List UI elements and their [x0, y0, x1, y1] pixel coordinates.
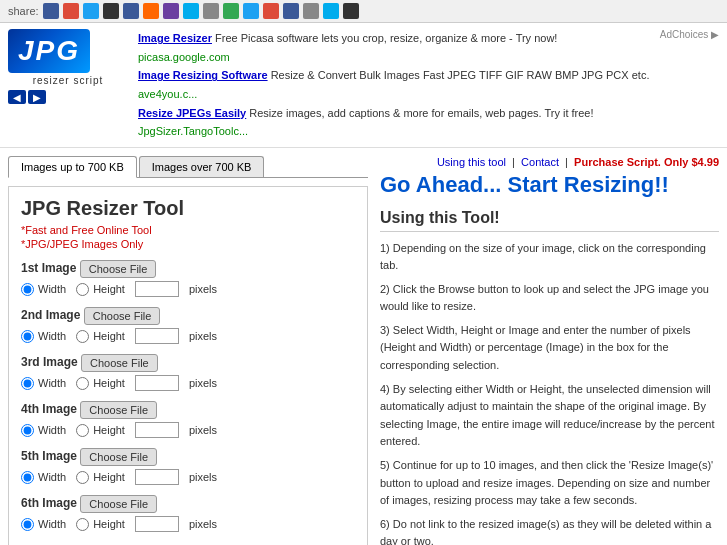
width-radio-input-3[interactable]: [21, 377, 34, 390]
choose-file-btn-5[interactable]: Choose File: [80, 448, 157, 466]
height-radio-input-3[interactable]: [76, 377, 89, 390]
instruction-list: 1) Depending on the size of your image, …: [380, 240, 719, 545]
instruction-5: 5) Continue for up to 10 images, and the…: [380, 457, 719, 510]
share-icon-extra1[interactable]: [283, 3, 299, 19]
logo-next-btn[interactable]: ▶: [28, 90, 46, 104]
dimension-row-1: Width Height pixels: [21, 281, 355, 297]
ad-choices[interactable]: AdChoices ▶: [660, 29, 719, 40]
headline: Go Ahead... Start Resizing!!: [380, 172, 719, 198]
height-radio-input-2[interactable]: [76, 330, 89, 343]
height-radio-1[interactable]: Height: [76, 283, 125, 296]
pixel-input-6[interactable]: [135, 516, 179, 532]
file-input-row-5: 5th Image Choose File: [21, 448, 355, 466]
image-label-2: 2nd Image: [21, 308, 80, 322]
tabs: Images up to 700 KB Images over 700 KB: [8, 156, 368, 178]
height-radio-input-4[interactable]: [76, 424, 89, 437]
pixel-input-2[interactable]: [135, 328, 179, 344]
ad-link-1[interactable]: Image Resizer Free Picasa software lets …: [138, 29, 650, 66]
buy-link[interactable]: Purchase Script. Only $4.99: [574, 156, 719, 168]
ad-link-2[interactable]: Image Resizing Software Resize & Convert…: [138, 66, 650, 103]
share-icon-extra4[interactable]: [343, 3, 359, 19]
width-radio-input-1[interactable]: [21, 283, 34, 296]
ad-choices-text[interactable]: AdChoices ▶: [660, 29, 719, 40]
main-content: Images up to 700 KB Images over 700 KB J…: [0, 148, 727, 545]
pixel-input-5[interactable]: [135, 469, 179, 485]
pixel-input-1[interactable]: [135, 281, 179, 297]
width-radio-4[interactable]: Width: [21, 424, 66, 437]
choose-file-btn-4[interactable]: Choose File: [80, 401, 157, 419]
tool-panel: JPG Resizer Tool *Fast and Free Online T…: [8, 186, 368, 545]
choose-file-btn-3[interactable]: Choose File: [81, 354, 158, 372]
share-icon-extra2[interactable]: [303, 3, 319, 19]
height-radio-6[interactable]: Height: [76, 518, 125, 531]
share-icon-facebook[interactable]: [43, 3, 59, 19]
share-icon-yahoo[interactable]: [223, 3, 239, 19]
image-row-3: 3rd Image Choose File Width Height pixel…: [21, 354, 355, 391]
file-input-row-6: 6th Image Choose File: [21, 495, 355, 513]
choose-file-btn-2[interactable]: Choose File: [84, 307, 161, 325]
pixels-label-3: pixels: [189, 377, 217, 389]
pixel-input-4[interactable]: [135, 422, 179, 438]
share-bar: share:: [0, 0, 727, 23]
ad-url-1[interactable]: picasa.google.com: [138, 51, 230, 63]
share-icon-stumble[interactable]: [123, 3, 139, 19]
pixels-label-6: pixels: [189, 518, 217, 530]
image-row-4: 4th Image Choose File Width Height pixel…: [21, 401, 355, 438]
ad-title-3[interactable]: Resize JPEGs Easily: [138, 107, 246, 119]
share-icon-live[interactable]: [243, 3, 259, 19]
pixel-input-3[interactable]: [135, 375, 179, 391]
choose-file-btn-6[interactable]: Choose File: [80, 495, 157, 513]
share-label: share:: [8, 5, 39, 17]
file-input-row-2: 2nd Image Choose File: [21, 307, 355, 325]
width-radio-input-2[interactable]: [21, 330, 34, 343]
right-panel: Using this tool | Contact | Purchase Scr…: [368, 156, 719, 545]
width-radio-6[interactable]: Width: [21, 518, 66, 531]
width-radio-input-6[interactable]: [21, 518, 34, 531]
share-icon-delicious[interactable]: [103, 3, 119, 19]
image-label-3: 3rd Image: [21, 355, 78, 369]
share-icon-google[interactable]: [63, 3, 79, 19]
image-label-5: 5th Image: [21, 449, 77, 463]
ad-title-1[interactable]: Image Resizer: [138, 32, 212, 44]
height-radio-5[interactable]: Height: [76, 471, 125, 484]
share-icon-newsvine[interactable]: [183, 3, 199, 19]
height-radio-input-1[interactable]: [76, 283, 89, 296]
share-icon-twitter[interactable]: [203, 3, 219, 19]
ad-url-2[interactable]: ave4you.c...: [138, 88, 197, 100]
width-radio-input-4[interactable]: [21, 424, 34, 437]
height-radio-2[interactable]: Height: [76, 330, 125, 343]
image-row-1: 1st Image Choose File Width Height pixel…: [21, 260, 355, 297]
instruction-6: 6) Do not link to the resized image(s) a…: [380, 516, 719, 545]
file-input-row-1: 1st Image Choose File: [21, 260, 355, 278]
width-radio-3[interactable]: Width: [21, 377, 66, 390]
ad-url-3[interactable]: JpgSizer.TangoToolc...: [138, 125, 248, 137]
contact-link[interactable]: Contact: [521, 156, 559, 168]
file-input-row-3: 3rd Image Choose File: [21, 354, 355, 372]
image-row-2: 2nd Image Choose File Width Height pixel…: [21, 307, 355, 344]
site-logo: JPG: [8, 29, 90, 73]
share-icon-digg[interactable]: [83, 3, 99, 19]
logo-prev-btn[interactable]: ◀: [8, 90, 26, 104]
tab-images-small[interactable]: Images up to 700 KB: [8, 156, 137, 178]
pixels-label-5: pixels: [189, 471, 217, 483]
image-row-5: 5th Image Choose File Width Height pixel…: [21, 448, 355, 485]
height-radio-input-6[interactable]: [76, 518, 89, 531]
share-icon-extra3[interactable]: [323, 3, 339, 19]
width-radio-input-5[interactable]: [21, 471, 34, 484]
dimension-row-3: Width Height pixels: [21, 375, 355, 391]
using-tool-link[interactable]: Using this tool: [437, 156, 506, 168]
height-radio-3[interactable]: Height: [76, 377, 125, 390]
ad-link-3[interactable]: Resize JPEGs Easily Resize images, add c…: [138, 104, 650, 141]
share-icon-reddit[interactable]: [143, 3, 159, 19]
tab-images-large[interactable]: Images over 700 KB: [139, 156, 265, 177]
height-radio-4[interactable]: Height: [76, 424, 125, 437]
image-label-6: 6th Image: [21, 496, 77, 510]
height-radio-input-5[interactable]: [76, 471, 89, 484]
choose-file-btn-1[interactable]: Choose File: [80, 260, 157, 278]
share-icon-technorati[interactable]: [163, 3, 179, 19]
width-radio-5[interactable]: Width: [21, 471, 66, 484]
share-icon-myspace[interactable]: [263, 3, 279, 19]
width-radio-2[interactable]: Width: [21, 330, 66, 343]
ad-title-2[interactable]: Image Resizing Software: [138, 69, 268, 81]
width-radio-1[interactable]: Width: [21, 283, 66, 296]
